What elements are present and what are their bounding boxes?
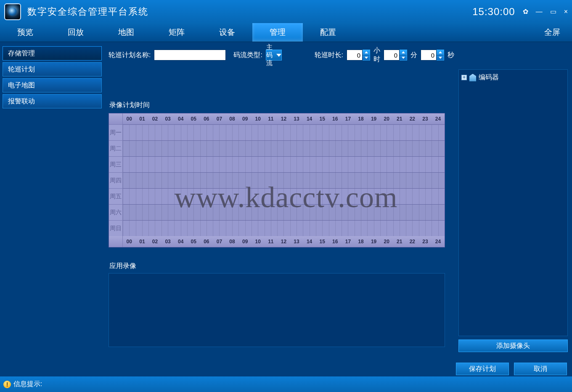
stream-type-value: 主码流 (266, 43, 274, 67)
hour-label: 05 (187, 239, 200, 245)
cancel-button[interactable]: 取消 (514, 363, 567, 375)
nav-device[interactable]: 设备 (202, 23, 252, 42)
plan-name-label: 轮巡计划名称: (109, 51, 151, 60)
hour-label: 07 (213, 116, 226, 122)
form-row: 轮巡计划名称: 码流类型: 主码流 轮巡时长: 小时 (109, 46, 454, 64)
hour-label: 15 (316, 116, 329, 122)
day-label: 周六 (109, 204, 123, 220)
stream-type-label: 码流类型: (233, 51, 262, 60)
hour-label: 01 (136, 116, 149, 122)
schedule-header: 0001020304050607080910111213141516171819… (109, 113, 445, 124)
hour-label: 02 (148, 116, 162, 122)
hour-label: 05 (187, 116, 200, 122)
close-icon[interactable]: × (564, 8, 568, 16)
hour-label: 07 (213, 239, 226, 245)
sidebar-storage[interactable]: 存储管理 (3, 46, 102, 61)
schedule-row[interactable] (123, 124, 445, 140)
day-label: 周三 (109, 156, 123, 172)
status-label: 信息提示: (13, 380, 42, 389)
nav-map[interactable]: 地图 (101, 23, 151, 42)
arrow-up-icon (365, 51, 368, 53)
arrow-down-icon (439, 57, 442, 59)
schedule-row[interactable] (123, 140, 445, 156)
nav-preview[interactable]: 预览 (0, 23, 50, 42)
hour-label: 08 (226, 239, 239, 245)
schedule-row[interactable] (123, 188, 445, 204)
hour-label: 09 (238, 239, 252, 245)
nav-fullscreen[interactable]: 全屏 (538, 23, 572, 42)
sidebar-patrol[interactable]: 轮巡计划 (3, 62, 102, 76)
add-camera-button[interactable]: 添加摄像头 (458, 339, 568, 352)
hour-label: 17 (342, 116, 355, 122)
schedule-grid[interactable]: 0001020304050607080910111213141516171819… (109, 113, 445, 247)
seconds-up[interactable] (437, 50, 444, 55)
arrow-down-icon (402, 57, 405, 59)
hour-label: 11 (265, 116, 278, 122)
hour-label: 18 (355, 239, 368, 245)
sidebar-alarm[interactable]: 报警联动 (3, 94, 102, 108)
applied-recording-panel (109, 273, 445, 347)
arrow-up-icon (439, 51, 442, 53)
seconds-unit: 秒 (448, 51, 454, 60)
hour-label: 20 (380, 116, 393, 122)
hour-label: 15 (316, 239, 329, 245)
hour-label: 12 (277, 116, 290, 122)
hour-label: 21 (393, 239, 406, 245)
seconds-input[interactable] (421, 50, 437, 61)
settings-gear-icon[interactable]: ✿ (523, 8, 528, 16)
save-plan-button[interactable]: 保存计划 (456, 363, 509, 375)
hour-label: 22 (406, 239, 419, 245)
tree-root-encoder[interactable]: + 编码器 (461, 73, 565, 82)
hours-input[interactable] (347, 50, 363, 61)
hours-spinner (363, 50, 370, 61)
schedule-row[interactable] (123, 156, 445, 172)
plan-name-input[interactable] (154, 50, 226, 61)
minimize-icon[interactable]: — (536, 8, 543, 16)
schedule-row[interactable] (123, 172, 445, 188)
minutes-spinner (400, 50, 407, 61)
hours-down[interactable] (363, 55, 370, 61)
hour-label: 23 (419, 116, 432, 122)
app-logo-icon (4, 3, 21, 20)
nav-playback[interactable]: 回放 (50, 23, 101, 42)
sidebar-emap[interactable]: 电子地图 (3, 78, 102, 92)
nav-config[interactable]: 配置 (303, 23, 353, 42)
nav-matrix[interactable]: 矩阵 (151, 23, 202, 42)
nav-manage[interactable]: 管理 (252, 23, 303, 42)
hour-label: 12 (277, 239, 290, 245)
hour-label: 10 (252, 116, 265, 122)
hour-label: 03 (162, 239, 175, 245)
schedule-row[interactable] (123, 204, 445, 220)
hour-label: 24 (432, 116, 445, 122)
day-label: 周四 (109, 172, 123, 188)
hour-label: 20 (380, 239, 393, 245)
encoder-icon (469, 74, 476, 82)
minutes-up[interactable] (400, 50, 407, 55)
minutes-unit: 分 (410, 51, 417, 60)
hour-label: 17 (342, 239, 355, 245)
sidebar: 存储管理 轮巡计划 电子地图 报警联动 (0, 42, 104, 376)
hour-label: 16 (329, 239, 342, 245)
status-bar: ! 信息提示: (0, 376, 572, 392)
minutes-down[interactable] (400, 55, 407, 61)
device-tree-panel: + 编码器 (458, 69, 568, 336)
minutes-input[interactable] (384, 50, 400, 61)
hour-label: 21 (393, 116, 406, 122)
schedule-row[interactable] (123, 220, 445, 236)
seconds-down[interactable] (437, 55, 444, 61)
hours-unit: 小时 (373, 46, 380, 64)
hour-label: 24 (432, 239, 445, 245)
hours-up[interactable] (363, 50, 370, 55)
day-label: 周五 (109, 188, 123, 204)
warn-icon: ! (3, 381, 11, 388)
applied-recording-title: 应用录像 (109, 262, 454, 271)
stream-type-select[interactable]: 主码流 (266, 50, 282, 61)
expand-plus-icon[interactable]: + (461, 75, 467, 80)
hour-label: 13 (290, 116, 303, 122)
hour-label: 11 (265, 239, 278, 245)
maximize-icon[interactable]: ▭ (550, 8, 556, 16)
seconds-spinner (437, 50, 444, 61)
hour-label: 02 (148, 239, 162, 245)
hour-label: 19 (367, 239, 380, 245)
hour-label: 00 (123, 239, 136, 245)
